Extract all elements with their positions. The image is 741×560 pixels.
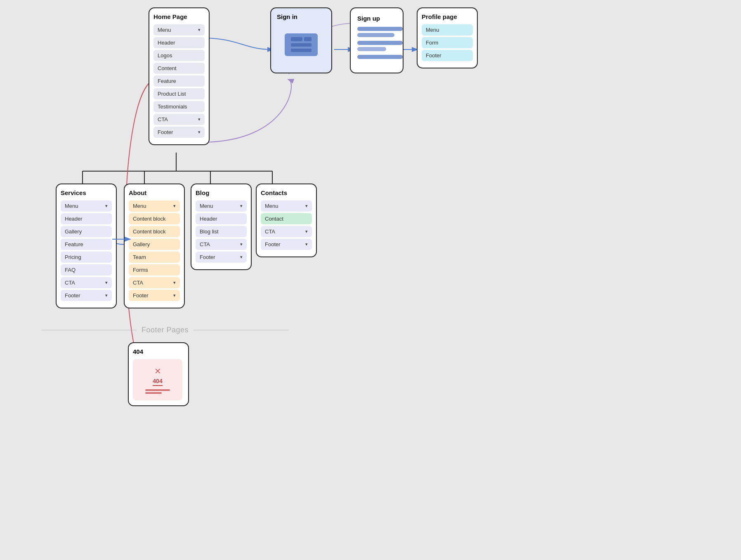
services-row-footer[interactable]: Footer▾ [61,290,112,301]
services-row-feature[interactable]: Feature [61,239,112,250]
services-row-menu[interactable]: Menu▾ [61,200,112,212]
services-row-faq[interactable]: FAQ [61,264,112,275]
services-row-cta[interactable]: CTA▾ [61,277,112,288]
services-title: Services [61,189,112,196]
signin-card: Sign in [270,7,332,73]
about-row-menu[interactable]: Menu▾ [129,200,180,212]
profilepage-title: Profile page [422,13,473,20]
notfound-title: 404 [133,348,184,355]
about-row-content1[interactable]: Content block [129,213,180,224]
services-row-header[interactable]: Header [61,213,112,224]
homepage-row-logos[interactable]: Logos [153,50,205,61]
profile-row-menu[interactable]: Menu [422,24,473,35]
blog-card: Blog Menu▾ Header Blog list CTA▾ Footer▾ [191,184,252,270]
about-card: About Menu▾ Content block Content block … [124,184,185,308]
homepage-row-menu[interactable]: Menu▾ [153,24,205,35]
profile-row-footer[interactable]: Footer [422,50,473,61]
about-title: About [129,189,180,196]
homepage-row-feature[interactable]: Feature [153,75,205,87]
about-row-forms[interactable]: Forms [129,264,180,275]
blog-row-cta[interactable]: CTA▾ [196,239,247,250]
blog-row-bloglist[interactable]: Blog list [196,226,247,237]
homepage-row-testimonials[interactable]: Testimonials [153,101,205,112]
services-card: Services Menu▾ Header Gallery Feature Pr… [56,184,117,308]
services-row-pricing[interactable]: Pricing [61,252,112,263]
contacts-card: Contacts Menu▾ Contact CTA▾ Footer▾ [256,184,317,257]
about-row-content2[interactable]: Content block [129,226,180,237]
notfound-line-1 [145,389,170,391]
signup-title: Sign up [357,15,396,22]
notfound-x-icon: ✕ [154,366,161,376]
contacts-row-cta[interactable]: CTA▾ [261,226,312,237]
services-row-gallery[interactable]: Gallery [61,226,112,237]
notfound-lines [145,389,170,394]
signin-title: Sign in [277,13,297,20]
blog-row-footer[interactable]: Footer▾ [196,252,247,263]
homepage-row-cta[interactable]: CTA▾ [153,114,205,125]
footer-pages-section: Footer Pages [41,326,289,334]
canvas: Home Page Menu▾ Header Logos Content Fea… [0,0,741,560]
homepage-card: Home Page Menu▾ Header Logos Content Fea… [149,7,210,145]
signup-content [357,27,396,59]
about-row-footer[interactable]: Footer▾ [129,290,180,301]
contacts-row-contact[interactable]: Contact [261,213,312,224]
notfound-line-2 [145,392,162,394]
homepage-row-productlist[interactable]: Product List [153,88,205,99]
homepage-title: Home Page [153,13,205,20]
notfound-card: 404 ✕ 404 [128,342,189,406]
profile-row-form[interactable]: Form [422,37,473,48]
footer-pages-label: Footer Pages [142,326,189,334]
footer-pages-line-right [194,330,289,330]
footer-pages-line-left [41,330,137,330]
contacts-row-menu[interactable]: Menu▾ [261,200,312,212]
signup-card: Sign up [350,7,404,73]
homepage-row-header[interactable]: Header [153,37,205,48]
blog-row-header[interactable]: Header [196,213,247,224]
blog-row-menu[interactable]: Menu▾ [196,200,247,212]
notfound-404-text: 404 [153,378,162,386]
signin-icon [285,33,318,56]
homepage-row-footer[interactable]: Footer▾ [153,127,205,138]
profilepage-card: Profile page Menu Form Footer [417,7,478,68]
contacts-title: Contacts [261,189,312,196]
about-row-team[interactable]: Team [129,252,180,263]
homepage-row-content[interactable]: Content [153,63,205,74]
notfound-inner: ✕ 404 [133,359,182,400]
about-row-cta[interactable]: CTA▾ [129,277,180,288]
contacts-row-footer[interactable]: Footer▾ [261,239,312,250]
blog-title: Blog [196,189,247,196]
about-row-gallery[interactable]: Gallery [129,239,180,250]
